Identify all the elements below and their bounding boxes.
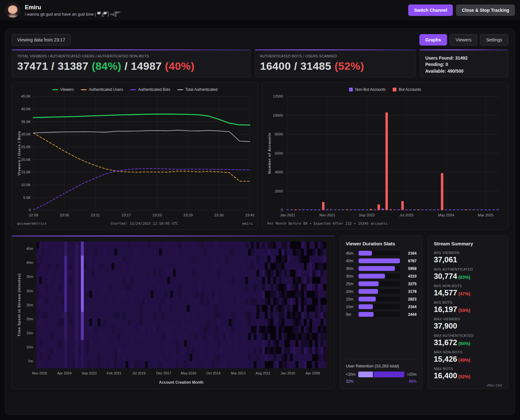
- svg-text:2000: 2000: [274, 189, 283, 193]
- svg-text:20.0K: 20.0K: [21, 158, 31, 162]
- duration-row-value: 4310: [403, 274, 417, 279]
- summary-row-value: 16,400 (52%): [434, 371, 502, 380]
- duration-bar-track: [359, 304, 400, 309]
- stat-card-viewers: TOTAL VIEWERS / AUTHENTICATED USERS / AU…: [12, 49, 251, 77]
- legend-label: Bot Accounts: [399, 87, 421, 92]
- stat-seg: 16400 / 31485: [260, 60, 335, 72]
- duration-row-label: 10m: [346, 305, 355, 309]
- retention-bar-right: [374, 372, 404, 377]
- summary-title: Stream Summary: [434, 241, 502, 246]
- svg-text:23:11: 23:11: [91, 213, 100, 217]
- account-bar-chart: 020004000600080001000012000Jan 2021Nov 2…: [266, 93, 504, 220]
- switch-channel-button[interactable]: Switch Channel: [408, 4, 453, 16]
- legend-label: Authenticated Users: [89, 87, 123, 92]
- svg-text:23:17: 23:17: [122, 213, 131, 217]
- bar-chart-footer-note: Per Month Before 80 • Expected After 215…: [267, 221, 388, 226]
- close-stop-tracking-button[interactable]: Close & Stop Tracking: [456, 4, 515, 16]
- duration-row-value: 3275: [403, 282, 417, 286]
- svg-text:10.0K: 10.0K: [21, 183, 31, 187]
- svg-text:23:05: 23:05: [60, 213, 69, 217]
- legend-swatch: [130, 89, 136, 90]
- duration-row-label: 15m: [346, 297, 355, 301]
- svg-text:Feb 2021: Feb 2021: [107, 371, 122, 375]
- duration-bar-fill: [359, 251, 372, 256]
- summary-row-pct: (52%): [457, 374, 470, 379]
- svg-text:Account Creation Month: Account Creation Month: [159, 380, 203, 385]
- summary-row-pct: (84%): [457, 341, 470, 346]
- svg-text:30m: 30m: [26, 289, 33, 293]
- viewer-line-chart-card: ViewersAuthenticated UsersAuthenticated …: [12, 82, 258, 230]
- summary-row-pct: (47%): [457, 291, 470, 296]
- svg-text:10m: 10m: [26, 345, 33, 349]
- summary-row-value: 15,426 (49%): [434, 355, 502, 364]
- svg-text:15.0K: 15.0K: [21, 170, 31, 174]
- svg-text:23:41: 23:41: [245, 213, 254, 217]
- legend-label: Authenticated Bots: [138, 87, 170, 92]
- duration-row: 45m2164: [346, 251, 417, 256]
- svg-text:5m: 5m: [28, 359, 33, 363]
- duration-heatmap: 45m40m35m30m25m20m15m10m5mNov 2025Apr 20…: [16, 239, 331, 386]
- duration-row-label: 5m: [346, 312, 355, 317]
- summary-row-label: AVG AUTHENTICATED: [434, 267, 502, 271]
- svg-text:Nov 2025: Nov 2025: [32, 371, 47, 375]
- svg-text:40.0K: 40.0K: [21, 107, 31, 111]
- tab-viewers[interactable]: Viewers: [450, 34, 478, 46]
- channel-avatar: [5, 3, 20, 18]
- summary-row-label: MAX BOTS: [434, 367, 502, 371]
- stat-value-bots: 16400 / 31485 (52%): [260, 60, 411, 72]
- viewing-data-chip[interactable]: Viewing data from 23:17: [12, 34, 71, 46]
- svg-text:8000: 8000: [274, 132, 283, 136]
- users-found-line: Users Found: 31492: [425, 55, 503, 61]
- viewer-line-chart: 05.0K10.0K15.0K20.0K25.0K30.0K35.0K40.0K…: [16, 93, 254, 220]
- duration-row: 15m2823: [346, 297, 417, 301]
- duration-bar-track: [359, 258, 400, 263]
- duration-row: 40m6787: [346, 258, 417, 263]
- summary-group-0: AVG VIEWERS37,061AVG AUTHENTICATED30,774…: [434, 251, 502, 317]
- svg-text:Oct 2014: Oct 2014: [206, 371, 221, 375]
- tab-graphs[interactable]: Graphs: [419, 34, 447, 46]
- summary-row-value: 37,900: [434, 322, 502, 330]
- stat-pct-red: (40%): [165, 60, 195, 72]
- duration-row-label: 40m: [346, 259, 355, 263]
- svg-text:Jan 2021: Jan 2021: [280, 213, 295, 217]
- svg-text:40m: 40m: [26, 261, 33, 264]
- summary-row-value: 37,061: [434, 255, 502, 264]
- stream-summary-card: Stream Summary AVG VIEWERS37,061AVG AUTH…: [428, 235, 508, 389]
- svg-text:0: 0: [281, 208, 283, 212]
- legend-swatch: [52, 89, 58, 90]
- legend-label: Non-Bot Accounts: [355, 87, 386, 92]
- svg-text:Jul 2023: Jul 2023: [399, 213, 413, 217]
- stat-value-viewers: 37471 / 31387 (84%) / 14987 (40%): [17, 60, 246, 72]
- svg-text:Sep 2022: Sep 2022: [359, 213, 375, 217]
- summary-row-label: AVG VIEWERS: [434, 251, 502, 255]
- account-bar-chart-card: Non-Bot AccountsBot Accounts 02000400060…: [262, 82, 509, 230]
- duration-row-label: 35m: [346, 266, 355, 271]
- duration-row-label: 20m: [346, 289, 355, 294]
- retention-left-label: <20m: [346, 372, 355, 377]
- duration-row-label: 25m: [346, 282, 355, 286]
- duration-bar-fill: [359, 258, 400, 263]
- summary-row-label: AVG NON-BOTS: [434, 284, 502, 288]
- tab-settings[interactable]: Settings: [480, 34, 508, 46]
- svg-text:25m: 25m: [26, 303, 33, 307]
- stat-pct-green: (84%): [92, 60, 121, 72]
- summary-row-value: 30,774 (83%): [434, 272, 502, 281]
- chart-footer-channel: emiru: [242, 221, 253, 226]
- svg-text:23:29: 23:29: [183, 213, 193, 217]
- svg-text:Aug 2011: Aug 2011: [256, 371, 270, 375]
- svg-text:Jan 2010: Jan 2010: [281, 371, 295, 375]
- stat-pct-red: (52%): [334, 60, 364, 72]
- duration-bar-track: [359, 266, 400, 271]
- duration-row: 30m4310: [346, 274, 417, 279]
- svg-text:Mar 2013: Mar 2013: [231, 371, 246, 375]
- summary-row-label: MAX NON-BOTS: [434, 350, 502, 354]
- legend-item: Total Authenticated: [177, 87, 217, 92]
- svg-text:Mar 2025: Mar 2025: [478, 213, 493, 217]
- duration-bar-fill: [359, 266, 395, 271]
- duration-bar-track: [359, 297, 400, 301]
- svg-text:12000: 12000: [273, 94, 283, 98]
- svg-text:Viewers / Users / Bots: Viewers / Users / Bots: [17, 131, 21, 176]
- legend-swatch: [81, 89, 87, 90]
- svg-text:Dec 2017: Dec 2017: [156, 371, 171, 375]
- svg-text:23:23: 23:23: [153, 213, 162, 217]
